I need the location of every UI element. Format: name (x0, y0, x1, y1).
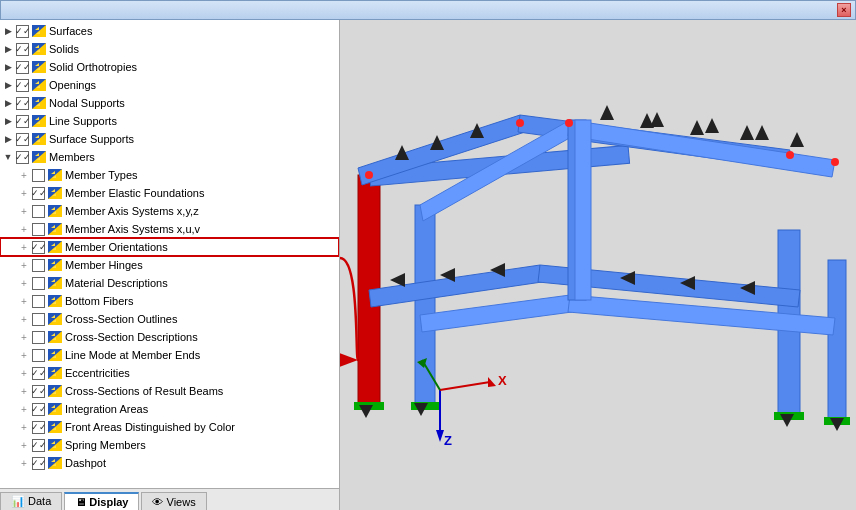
checkbox-dashpot[interactable]: ✓ (32, 457, 45, 470)
checkbox-member-elastic[interactable]: ✓ (32, 187, 45, 200)
expand-icon[interactable]: + (16, 347, 32, 363)
item-label-member-types: Member Types (65, 169, 138, 181)
checkbox-bottom-fibers[interactable] (32, 295, 45, 308)
tree-item-member-orient[interactable]: +✓ Member Orientations (0, 238, 339, 256)
item-label-member-hinges: Member Hinges (65, 259, 143, 271)
tree-item-cross-result-beams[interactable]: +✓ Cross-Sections of Result Beams (0, 382, 339, 400)
left-panel: ▶✓ Surfaces▶✓ Solids▶✓ Solid Orthotropie… (0, 20, 340, 510)
item-label-cross-section-outlines: Cross-Section Outlines (65, 313, 178, 325)
structure-svg: Z X (340, 20, 856, 510)
tree-item-front-areas[interactable]: +✓ Front Areas Distinguished by Color (0, 418, 339, 436)
tree-item-surface-supports[interactable]: ▶✓ Surface Supports (0, 130, 339, 148)
tree-scroll[interactable]: ▶✓ Surfaces▶✓ Solids▶✓ Solid Orthotropie… (0, 20, 339, 488)
tree-item-spring-members[interactable]: +✓ Spring Members (0, 436, 339, 454)
checkbox-material-desc[interactable] (32, 277, 45, 290)
item-label-member-axis-xyz: Member Axis Systems x,y,z (65, 205, 199, 217)
item-label-surface-supports: Surface Supports (49, 133, 134, 145)
checkbox-member-axis-xyz[interactable] (32, 205, 45, 218)
item-label-nodal-supports: Nodal Supports (49, 97, 125, 109)
checkbox-eccentricities[interactable]: ✓ (32, 367, 45, 380)
checkbox-nodal-supports[interactable]: ✓ (16, 97, 29, 110)
item-icon-member-types (47, 168, 63, 182)
tree-item-surfaces[interactable]: ▶✓ Surfaces (0, 22, 339, 40)
expand-icon[interactable]: + (16, 275, 32, 291)
item-icon-solid-ortho (31, 60, 47, 74)
item-icon-front-areas (47, 420, 63, 434)
item-label-material-desc: Material Descriptions (65, 277, 168, 289)
item-icon-openings (31, 78, 47, 92)
svg-rect-105 (828, 260, 846, 420)
item-icon-eccentricities (47, 366, 63, 380)
item-label-members: Members (49, 151, 95, 163)
item-label-line-supports: Line Supports (49, 115, 117, 127)
tree-item-member-axis-xyz[interactable]: + Member Axis Systems x,y,z (0, 202, 339, 220)
item-icon-line-mode (47, 348, 63, 362)
svg-point-142 (365, 171, 373, 179)
tree-item-bottom-fibers[interactable]: + Bottom Fibers (0, 292, 339, 310)
checkbox-surface-supports[interactable]: ✓ (16, 133, 29, 146)
checkbox-surfaces[interactable]: ✓ (16, 25, 29, 38)
checkbox-line-supports[interactable]: ✓ (16, 115, 29, 128)
item-label-integration-areas: Integration Areas (65, 403, 148, 415)
expand-icon[interactable]: + (16, 221, 32, 237)
tab-data[interactable]: 📊 Data (0, 492, 62, 510)
close-button[interactable]: × (837, 3, 851, 17)
checkbox-solid-ortho[interactable]: ✓ (16, 61, 29, 74)
item-label-solids: Solids (49, 43, 79, 55)
item-label-cross-section-desc: Cross-Section Descriptions (65, 331, 198, 343)
tree-item-cross-section-outlines[interactable]: + Cross-Section Outlines (0, 310, 339, 328)
expand-icon[interactable]: + (16, 203, 32, 219)
expand-icon[interactable]: + (16, 257, 32, 273)
tab-views[interactable]: 👁 Views (141, 492, 206, 510)
checkbox-member-hinges[interactable] (32, 259, 45, 272)
tab-display[interactable]: 🖥 Display (64, 492, 139, 510)
item-label-openings: Openings (49, 79, 96, 91)
tree-item-integration-areas[interactable]: +✓ Integration Areas (0, 400, 339, 418)
tree-item-member-axis-xuv[interactable]: + Member Axis Systems x,u,v (0, 220, 339, 238)
tree-item-member-types[interactable]: + Member Types (0, 166, 339, 184)
checkbox-cross-section-outlines[interactable] (32, 313, 45, 326)
checkbox-integration-areas[interactable]: ✓ (32, 403, 45, 416)
item-icon-member-axis-xyz (47, 204, 63, 218)
item-icon-cross-section-outlines (47, 312, 63, 326)
checkbox-front-areas[interactable]: ✓ (32, 421, 45, 434)
checkbox-cross-section-desc[interactable] (32, 331, 45, 344)
tree-item-member-hinges[interactable]: + Member Hinges (0, 256, 339, 274)
tree-item-cross-section-desc[interactable]: + Cross-Section Descriptions (0, 328, 339, 346)
item-label-bottom-fibers: Bottom Fibers (65, 295, 133, 307)
item-icon-integration-areas (47, 402, 63, 416)
tree-item-solids[interactable]: ▶✓ Solids (0, 40, 339, 58)
tree-item-nodal-supports[interactable]: ▶✓ Nodal Supports (0, 94, 339, 112)
tree-item-line-supports[interactable]: ▶✓ Line Supports (0, 112, 339, 130)
title-bar: × (0, 0, 856, 20)
right-panel: Z X (340, 20, 856, 510)
tree-item-line-mode[interactable]: + Line Mode at Member Ends (0, 346, 339, 364)
expand-icon[interactable]: + (16, 329, 32, 345)
item-icon-material-desc (47, 276, 63, 290)
checkbox-member-axis-xuv[interactable] (32, 223, 45, 236)
expand-icon[interactable]: + (16, 311, 32, 327)
tree-item-dashpot[interactable]: +✓ Dashpot (0, 454, 339, 472)
bottom-tabs: 📊 Data 🖥 Display 👁 Views (0, 488, 339, 510)
tree-item-solid-ortho[interactable]: ▶✓ Solid Orthotropies (0, 58, 339, 76)
expand-icon[interactable]: + (16, 293, 32, 309)
tree-item-openings[interactable]: ▶✓ Openings (0, 76, 339, 94)
item-label-cross-result-beams: Cross-Sections of Result Beams (65, 385, 223, 397)
expand-icon[interactable]: + (16, 167, 32, 183)
checkbox-members[interactable]: ✓ (16, 151, 29, 164)
tree-item-material-desc[interactable]: + Material Descriptions (0, 274, 339, 292)
checkbox-member-orient[interactable]: ✓ (32, 241, 45, 254)
tree-item-member-elastic[interactable]: +✓ Member Elastic Foundations (0, 184, 339, 202)
item-icon-cross-result-beams (47, 384, 63, 398)
item-label-eccentricities: Eccentricities (65, 367, 130, 379)
item-label-member-orient: Member Orientations (65, 241, 168, 253)
checkbox-member-types[interactable] (32, 169, 45, 182)
checkbox-cross-result-beams[interactable]: ✓ (32, 385, 45, 398)
checkbox-line-mode[interactable] (32, 349, 45, 362)
tree-item-members[interactable]: ▼✓ Members (0, 148, 339, 166)
tree-item-eccentricities[interactable]: +✓ Eccentricities (0, 364, 339, 382)
item-icon-member-axis-xuv (47, 222, 63, 236)
checkbox-solids[interactable]: ✓ (16, 43, 29, 56)
checkbox-spring-members[interactable]: ✓ (32, 439, 45, 452)
checkbox-openings[interactable]: ✓ (16, 79, 29, 92)
